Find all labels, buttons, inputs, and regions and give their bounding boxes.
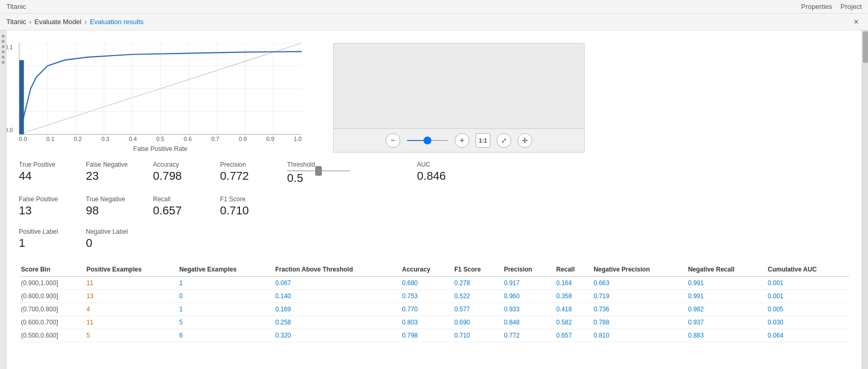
table-row: (0.700,0.800]410.1690.7700.5770.9330.418… [19, 303, 849, 316]
false-negative-stat: False Negative 23 [86, 161, 128, 183]
zoom-in-button[interactable]: + [455, 133, 469, 148]
col-f1: F1 Score [452, 263, 502, 277]
table-cell: 0.937 [686, 316, 765, 329]
auc-label: AUC [417, 161, 430, 168]
tab-project[interactable]: Project [841, 3, 862, 10]
table-cell: 4 [84, 303, 177, 316]
panel-dot [2, 61, 5, 64]
panel-dot [2, 40, 5, 43]
y-label-00: 0.0 [6, 127, 13, 133]
positive-label-label: Positive Label [19, 228, 58, 235]
col-score-bin: Score Bin [19, 263, 84, 277]
true-negative-stat: True Negative 98 [86, 196, 128, 218]
table-cell: 0.991 [686, 290, 765, 303]
viz-toolbar: − + 1:1 ⤢ ✛ [334, 128, 584, 152]
recall-label: Recall [153, 196, 170, 203]
table-cell: (0.800,0.900] [19, 290, 84, 303]
table-cell: 0.278 [452, 277, 502, 290]
table-row: (0.800,0.900]1300.1400.7530.5220.9600.35… [19, 290, 849, 303]
table-cell: 0.001 [766, 290, 849, 303]
score-table: Score Bin Positive Examples Negative Exa… [19, 263, 849, 342]
table-cell: 0.982 [686, 303, 765, 316]
panel-dot [2, 35, 5, 38]
table-row: (0.500,0.600]560.3200.7980.7100.7720.657… [19, 329, 849, 342]
precision-value: 0.772 [220, 169, 249, 183]
table-cell: 0.933 [502, 303, 554, 316]
table-cell: 0.030 [766, 316, 849, 329]
true-positive-value: 44 [19, 169, 31, 183]
scrollbar-thumb[interactable] [863, 31, 868, 63]
auc-value: 0.846 [417, 169, 446, 183]
table-cell: 0.522 [452, 290, 502, 303]
col-recall: Recall [554, 263, 592, 277]
zoom-out-button[interactable]: − [386, 133, 400, 148]
precision-stat: Precision 0.772 [220, 161, 262, 183]
breadcrumb-evaluate[interactable]: Evaluate Model [35, 18, 82, 26]
table-cell: 0.164 [554, 277, 592, 290]
zoom-slider[interactable] [406, 140, 448, 141]
table-cell: 0.067 [273, 277, 400, 290]
table-cell: 0.736 [591, 303, 686, 316]
table-cell: 0.991 [686, 277, 765, 290]
table-cell: 0.140 [273, 290, 400, 303]
expand-button[interactable]: ⤢ [497, 133, 511, 148]
viz-canvas [334, 44, 584, 128]
table-cell: 0.064 [766, 329, 849, 342]
roc-chart-container: 0.1 0.0 0.00.10.20.30.40.50.60.70.80.91.… [19, 43, 302, 153]
table-cell: (0.900,1.000] [19, 277, 84, 290]
close-button[interactable]: × [851, 16, 862, 28]
table-cell: 0.258 [273, 316, 400, 329]
col-neg-precision: Negative Precision [591, 263, 686, 277]
positive-label-stat: Positive Label 1 [19, 228, 61, 250]
col-positive-examples: Positive Examples [84, 263, 177, 277]
pan-button[interactable]: ✛ [518, 133, 532, 148]
table-cell: 0.753 [400, 290, 453, 303]
table-header-row: Score Bin Positive Examples Negative Exa… [19, 263, 849, 277]
negative-label-value: 0 [86, 236, 92, 250]
false-positive-value: 13 [19, 204, 31, 218]
f1score-label: F1 Score [220, 196, 246, 203]
negative-label-stat: Negative Label 0 [86, 228, 128, 250]
y-label-01: 0.1 [6, 44, 13, 50]
positive-label-value: 1 [19, 236, 25, 250]
scrollbar[interactable] [862, 30, 868, 369]
false-negative-label: False Negative [86, 161, 128, 168]
table-cell: 0.001 [766, 277, 849, 290]
table-cell: 1 [177, 277, 273, 290]
top-header: Titanic Properties Project [0, 0, 868, 14]
precision-label: Precision [220, 161, 246, 168]
table-cell: 0.320 [273, 329, 400, 342]
table-cell: 0.798 [400, 329, 453, 342]
breadcrumb-titanic[interactable]: Titanic [6, 18, 26, 26]
false-positive-stat: False Positive 13 [19, 196, 61, 218]
table-cell: (0.700,0.800] [19, 303, 84, 316]
panel-dot [2, 56, 5, 59]
f1score-stat: F1 Score 0.710 [220, 196, 262, 218]
false-positive-label: False Positive [19, 196, 58, 203]
table-cell: 0.883 [686, 329, 765, 342]
table-cell: 0.582 [554, 316, 592, 329]
table-row: (0.900,1.000]1110.0670.6800.2780.9170.16… [19, 277, 849, 290]
table-cell: 0.719 [591, 290, 686, 303]
fit-page-button[interactable]: 1:1 [476, 133, 490, 148]
table-cell: 0.772 [502, 329, 554, 342]
tab-properties[interactable]: Properties [801, 3, 832, 10]
panel-dot [2, 45, 5, 48]
true-negative-label: True Negative [86, 196, 125, 203]
table-cell: 0.657 [554, 329, 592, 342]
breadcrumb-results: Evaluation results [90, 18, 144, 26]
accuracy-label: Accuracy [153, 161, 179, 168]
col-cumulative-auc: Cumulative AUC [766, 263, 849, 277]
table-cell: 0.960 [502, 290, 554, 303]
panel-dot [2, 50, 5, 53]
table-cell: 5 [84, 329, 177, 342]
table-cell: 0.770 [400, 303, 453, 316]
true-negative-value: 98 [86, 204, 98, 218]
table-cell: 5 [177, 316, 273, 329]
table-cell: 0.848 [502, 316, 554, 329]
table-cell: (0.600,0.700] [19, 316, 84, 329]
table-cell: 0.169 [273, 303, 400, 316]
stats-section: True Positive 44 False Negative 23 Accur… [19, 161, 849, 250]
accuracy-stat: Accuracy 0.798 [153, 161, 195, 183]
false-negative-value: 23 [86, 169, 98, 183]
